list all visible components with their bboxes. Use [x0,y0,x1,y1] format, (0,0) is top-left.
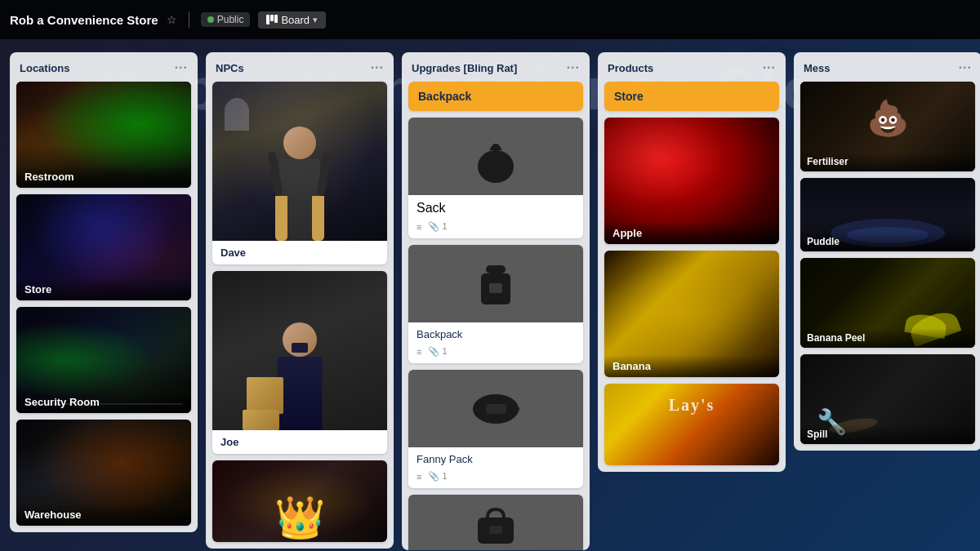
visibility-dot [207,16,214,23]
card-apple[interactable]: Apple [604,118,779,244]
column-locations-header: Locations ··· [10,52,198,82]
column-products-body: Store Apple Banana [598,82,786,472]
svg-rect-1 [270,15,274,21]
column-upgrades-header: Upgrades [Bling Rat] ··· [402,52,590,82]
card-sack[interactable]: Sack ≡ 📎 1 [408,118,583,238]
column-products: Products ··· Store Apple [598,52,786,472]
column-npcs-body: Dave Joe [206,82,394,549]
card-spill-label: Spill [800,424,975,444]
card-banana-label: Banana [604,355,779,377]
section-backpack-title: Backpack [408,82,583,111]
star-button[interactable]: ☆ [167,13,177,26]
column-npcs-menu[interactable]: ··· [371,60,384,75]
card-security-label: Security Room [16,391,191,413]
card-restroom[interactable]: Restroom [16,82,191,188]
card-lays[interactable]: Lay's [604,384,779,465]
svg-rect-10 [486,404,506,414]
card-npc3-image: 👑 [212,460,387,542]
card-puddle[interactable]: Puddle [800,178,975,251]
board-label: Board [281,14,310,26]
card-npc3[interactable]: 👑 [212,460,387,542]
column-upgrades-menu[interactable]: ··· [567,60,580,75]
board-container: Locations ··· Restroom Store [0,39,980,551]
column-locations-body: Restroom Store Security Room [10,82,198,532]
column-products-menu[interactable]: ··· [763,60,776,75]
visibility-badge[interactable]: Public [201,12,251,27]
card-banana[interactable]: Banana [604,251,779,377]
column-mess-body: 💩 Fertiliser Puddle [794,82,980,451]
card-fanny-attachment: 📎 1 [428,471,447,482]
card-fanny-list-icon: ≡ [416,472,421,482]
sack-icon [471,130,520,183]
card-security-room[interactable]: Security Room [16,307,191,413]
column-locations-title: Locations [20,62,69,74]
svg-rect-2 [274,15,278,23]
card-fanny-pack-meta: ≡ 📎 1 [408,468,583,488]
card-fanny-pack-image [408,370,583,447]
card-banana-peel[interactable]: Banana Peel [800,258,975,348]
header-divider [189,11,189,28]
card-puddle-label: Puddle [800,232,975,251]
card-backpack-label: Backpack [408,322,583,343]
card-sack-label: Sack [408,195,583,218]
card-restroom-label: Restroom [16,166,191,188]
card-apple-label: Apple [604,222,779,244]
card-handbag[interactable] [408,495,583,550]
card-backpack-meta: ≡ 📎 1 [408,343,583,363]
card-joe-image [212,271,387,430]
column-mess: Mess ··· 💩 Fertiliser Puddle [794,52,980,451]
svg-rect-7 [489,283,502,293]
svg-rect-14 [489,526,502,534]
card-banana-peel-label: Banana Peel [800,328,975,348]
column-upgrades-body: Backpack Sack ≡ 📎 1 [402,82,590,550]
handbag-icon [471,503,520,548]
column-mess-header: Mess ··· [794,52,980,82]
svg-rect-6 [486,265,506,273]
svg-rect-0 [266,15,270,24]
board-title: Rob a Convenience Store [10,13,158,27]
card-fanny-pack[interactable]: Fanny Pack ≡ 📎 1 [408,370,583,488]
column-npcs: NPCs ··· [206,52,394,549]
card-store-section[interactable]: Store [604,82,779,111]
card-sack-attachment: 📎 1 [428,221,447,232]
board-icon [266,15,278,24]
board-chevron[interactable]: ▾ [313,15,318,25]
backpack-icon [471,257,520,310]
board-view-button[interactable]: Board ▾ [258,11,326,29]
column-locations-menu[interactable]: ··· [175,60,188,75]
card-store-label: Store [16,278,191,300]
card-store[interactable]: Store [16,194,191,300]
column-npcs-title: NPCs [216,62,244,74]
column-upgrades-title: Upgrades [Bling Rat] [412,62,517,74]
column-locations: Locations ··· Restroom Store [10,52,198,532]
section-store-title: Store [604,82,779,111]
card-warehouse[interactable]: Warehouse [16,420,191,526]
column-mess-title: Mess [804,62,831,74]
card-fanny-pack-label: Fanny Pack [408,447,583,468]
svg-rect-12 [513,407,519,411]
column-products-title: Products [608,62,653,74]
card-backpack[interactable]: Backpack ≡ 📎 1 [408,245,583,363]
svg-point-4 [492,144,500,152]
app-header: Rob a Convenience Store ☆ Public Board ▾ [0,0,980,39]
card-joe[interactable]: Joe [212,271,387,454]
card-joe-label: Joe [212,430,387,454]
card-lays-image: Lay's [604,384,779,465]
card-spill[interactable]: 🔧 Spill [800,354,975,444]
svg-point-3 [478,150,514,183]
card-backpack-list-icon: ≡ [416,347,421,357]
card-backpack-attachment: 📎 1 [428,346,447,357]
svg-rect-11 [473,407,479,411]
card-handbag-image [408,495,583,550]
card-warehouse-label: Warehouse [16,504,191,526]
card-sack-meta: ≡ 📎 1 [408,218,583,238]
card-sack-image [408,118,583,195]
column-npcs-header: NPCs ··· [206,52,394,82]
card-fertiliser[interactable]: 💩 Fertiliser [800,82,975,171]
card-backpack-section[interactable]: Backpack [408,82,583,111]
column-mess-menu[interactable]: ··· [959,60,972,75]
card-dave[interactable]: Dave [212,82,387,264]
card-backpack-image [408,245,583,322]
card-dave-label: Dave [212,241,387,264]
card-sack-list-icon: ≡ [416,222,421,232]
